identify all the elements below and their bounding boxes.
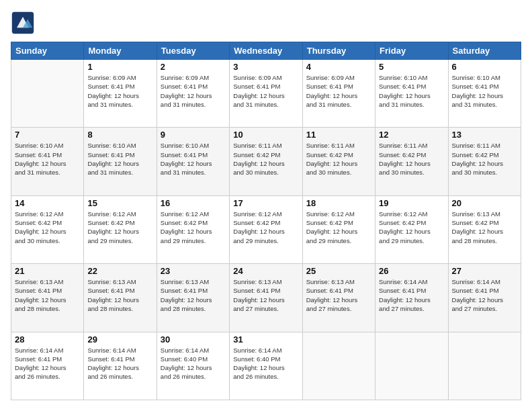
day-info: Sunrise: 6:10 AM Sunset: 6:41 PM Dayligh…: [452, 73, 517, 109]
day-number: 7: [15, 130, 80, 140]
calendar-cell: 9Sunrise: 6:10 AM Sunset: 6:41 PM Daylig…: [157, 128, 229, 195]
calendar-cell: 18Sunrise: 6:12 AM Sunset: 6:42 PM Dayli…: [302, 195, 375, 263]
day-info: Sunrise: 6:09 AM Sunset: 6:41 PM Dayligh…: [306, 73, 371, 109]
day-number: 14: [15, 198, 80, 208]
col-wednesday: Wednesday: [230, 42, 302, 60]
day-info: Sunrise: 6:10 AM Sunset: 6:41 PM Dayligh…: [15, 141, 80, 177]
calendar-cell: [11, 60, 84, 128]
day-info: Sunrise: 6:14 AM Sunset: 6:41 PM Dayligh…: [15, 346, 80, 381]
calendar-cell: 1Sunrise: 6:09 AM Sunset: 6:41 PM Daylig…: [84, 60, 157, 128]
calendar-cell: [448, 332, 521, 400]
day-number: 21: [15, 266, 80, 276]
day-info: Sunrise: 6:14 AM Sunset: 6:40 PM Dayligh…: [161, 346, 226, 381]
day-info: Sunrise: 6:10 AM Sunset: 6:41 PM Dayligh…: [379, 73, 444, 109]
calendar-cell: 22Sunrise: 6:13 AM Sunset: 6:41 PM Dayli…: [84, 264, 157, 332]
col-friday: Friday: [375, 42, 448, 60]
col-sunday: Sunday: [11, 42, 84, 60]
day-info: Sunrise: 6:12 AM Sunset: 6:42 PM Dayligh…: [161, 210, 226, 245]
week-row-2: 7Sunrise: 6:10 AM Sunset: 6:41 PM Daylig…: [11, 128, 521, 195]
day-info: Sunrise: 6:09 AM Sunset: 6:41 PM Dayligh…: [233, 73, 298, 109]
day-number: 19: [379, 198, 444, 208]
week-row-3: 14Sunrise: 6:12 AM Sunset: 6:42 PM Dayli…: [11, 195, 521, 263]
calendar-cell: 6Sunrise: 6:10 AM Sunset: 6:41 PM Daylig…: [448, 60, 521, 128]
calendar-cell: 27Sunrise: 6:14 AM Sunset: 6:41 PM Dayli…: [448, 264, 521, 332]
day-number: 31: [233, 334, 298, 345]
day-info: Sunrise: 6:11 AM Sunset: 6:42 PM Dayligh…: [233, 141, 298, 177]
calendar-cell: 2Sunrise: 6:09 AM Sunset: 6:41 PM Daylig…: [157, 60, 229, 128]
calendar-cell: 21Sunrise: 6:13 AM Sunset: 6:41 PM Dayli…: [11, 264, 84, 332]
calendar-cell: [375, 332, 448, 400]
day-number: 11: [306, 130, 371, 140]
day-number: 22: [87, 266, 152, 276]
calendar-cell: 29Sunrise: 6:14 AM Sunset: 6:41 PM Dayli…: [84, 332, 157, 400]
logo-icon: [11, 11, 35, 35]
day-info: Sunrise: 6:09 AM Sunset: 6:41 PM Dayligh…: [87, 73, 152, 109]
day-number: 5: [379, 62, 444, 72]
day-info: Sunrise: 6:09 AM Sunset: 6:41 PM Dayligh…: [161, 73, 226, 109]
day-info: Sunrise: 6:10 AM Sunset: 6:41 PM Dayligh…: [161, 141, 226, 177]
calendar-cell: 7Sunrise: 6:10 AM Sunset: 6:41 PM Daylig…: [11, 128, 84, 195]
day-info: Sunrise: 6:14 AM Sunset: 6:41 PM Dayligh…: [87, 346, 152, 381]
day-info: Sunrise: 6:11 AM Sunset: 6:42 PM Dayligh…: [452, 141, 517, 177]
calendar-cell: 14Sunrise: 6:12 AM Sunset: 6:42 PM Dayli…: [11, 195, 84, 263]
day-number: 30: [161, 334, 226, 345]
logo: [11, 11, 38, 35]
day-number: 1: [87, 62, 152, 72]
day-number: 6: [452, 62, 517, 72]
calendar-cell: 8Sunrise: 6:10 AM Sunset: 6:41 PM Daylig…: [84, 128, 157, 195]
page: Sunday Monday Tuesday Wednesday Thursday…: [0, 0, 532, 411]
calendar-cell: 4Sunrise: 6:09 AM Sunset: 6:41 PM Daylig…: [302, 60, 375, 128]
calendar-cell: 23Sunrise: 6:13 AM Sunset: 6:41 PM Dayli…: [157, 264, 229, 332]
day-info: Sunrise: 6:14 AM Sunset: 6:41 PM Dayligh…: [452, 277, 517, 313]
day-number: 20: [452, 198, 517, 208]
day-info: Sunrise: 6:13 AM Sunset: 6:41 PM Dayligh…: [233, 277, 298, 313]
col-tuesday: Tuesday: [157, 42, 229, 60]
calendar-cell: [302, 332, 375, 400]
day-info: Sunrise: 6:14 AM Sunset: 6:40 PM Dayligh…: [233, 346, 298, 381]
calendar-cell: 26Sunrise: 6:14 AM Sunset: 6:41 PM Dayli…: [375, 264, 448, 332]
col-thursday: Thursday: [302, 42, 375, 60]
calendar-cell: 17Sunrise: 6:12 AM Sunset: 6:42 PM Dayli…: [230, 195, 302, 263]
day-number: 2: [161, 62, 226, 72]
day-number: 27: [452, 266, 517, 276]
calendar-cell: 25Sunrise: 6:13 AM Sunset: 6:41 PM Dayli…: [302, 264, 375, 332]
calendar-cell: 28Sunrise: 6:14 AM Sunset: 6:41 PM Dayli…: [11, 332, 84, 400]
day-info: Sunrise: 6:12 AM Sunset: 6:42 PM Dayligh…: [379, 210, 444, 245]
day-number: 13: [452, 130, 517, 140]
day-number: 4: [306, 62, 371, 72]
day-number: 23: [161, 266, 226, 276]
day-number: 8: [87, 130, 152, 140]
day-info: Sunrise: 6:14 AM Sunset: 6:41 PM Dayligh…: [379, 277, 444, 313]
day-info: Sunrise: 6:12 AM Sunset: 6:42 PM Dayligh…: [87, 210, 152, 245]
day-number: 24: [233, 266, 298, 276]
day-info: Sunrise: 6:13 AM Sunset: 6:41 PM Dayligh…: [15, 277, 80, 313]
day-info: Sunrise: 6:11 AM Sunset: 6:42 PM Dayligh…: [306, 141, 371, 177]
day-info: Sunrise: 6:12 AM Sunset: 6:42 PM Dayligh…: [15, 210, 80, 245]
col-saturday: Saturday: [448, 42, 521, 60]
day-number: 9: [161, 130, 226, 140]
day-info: Sunrise: 6:11 AM Sunset: 6:42 PM Dayligh…: [379, 141, 444, 177]
calendar-table: Sunday Monday Tuesday Wednesday Thursday…: [11, 42, 521, 400]
calendar-cell: 16Sunrise: 6:12 AM Sunset: 6:42 PM Dayli…: [157, 195, 229, 263]
day-info: Sunrise: 6:12 AM Sunset: 6:42 PM Dayligh…: [306, 210, 371, 245]
day-number: 3: [233, 62, 298, 72]
col-monday: Monday: [84, 42, 157, 60]
calendar-cell: 24Sunrise: 6:13 AM Sunset: 6:41 PM Dayli…: [230, 264, 302, 332]
calendar-cell: 10Sunrise: 6:11 AM Sunset: 6:42 PM Dayli…: [230, 128, 302, 195]
calendar-cell: 3Sunrise: 6:09 AM Sunset: 6:41 PM Daylig…: [230, 60, 302, 128]
day-info: Sunrise: 6:13 AM Sunset: 6:42 PM Dayligh…: [452, 210, 517, 245]
day-info: Sunrise: 6:13 AM Sunset: 6:41 PM Dayligh…: [161, 277, 226, 313]
week-row-1: 1Sunrise: 6:09 AM Sunset: 6:41 PM Daylig…: [11, 60, 521, 128]
calendar-cell: 30Sunrise: 6:14 AM Sunset: 6:40 PM Dayli…: [157, 332, 229, 400]
calendar-cell: 13Sunrise: 6:11 AM Sunset: 6:42 PM Dayli…: [448, 128, 521, 195]
day-number: 17: [233, 198, 298, 208]
header: [11, 11, 521, 35]
day-info: Sunrise: 6:12 AM Sunset: 6:42 PM Dayligh…: [233, 210, 298, 245]
day-number: 10: [233, 130, 298, 140]
calendar-cell: 31Sunrise: 6:14 AM Sunset: 6:40 PM Dayli…: [230, 332, 302, 400]
calendar-cell: 15Sunrise: 6:12 AM Sunset: 6:42 PM Dayli…: [84, 195, 157, 263]
day-number: 18: [306, 198, 371, 208]
week-row-4: 21Sunrise: 6:13 AM Sunset: 6:41 PM Dayli…: [11, 264, 521, 332]
day-info: Sunrise: 6:13 AM Sunset: 6:41 PM Dayligh…: [306, 277, 371, 313]
calendar-cell: 20Sunrise: 6:13 AM Sunset: 6:42 PM Dayli…: [448, 195, 521, 263]
